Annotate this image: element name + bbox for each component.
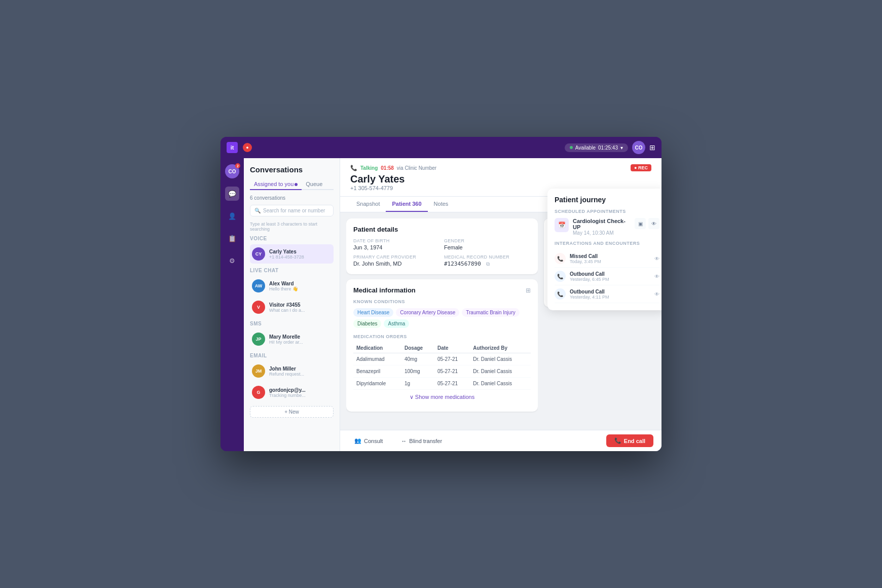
medical-info-title: Medical information bbox=[353, 286, 416, 294]
sidebar-item-settings[interactable]: ⚙ bbox=[225, 253, 239, 268]
col-date: Date bbox=[434, 343, 470, 353]
transfer-icon: ↔ bbox=[401, 438, 407, 444]
copy-mrn-icon[interactable]: ⧉ bbox=[486, 261, 490, 267]
conversations-tabs: Assigned to you Queue bbox=[250, 179, 334, 190]
appointment-time: May 14, 10:30 AM bbox=[573, 230, 631, 236]
tab-notes[interactable]: Notes bbox=[428, 197, 455, 212]
med-date-1: 05-27-21 bbox=[434, 365, 470, 378]
patient-details-grid: Date of Birth Jun 3, 1974 Gender Female … bbox=[353, 238, 531, 267]
sidebar: CO 2 💬 👤 📋 ⚙ bbox=[220, 158, 244, 451]
conv-phone-carly: +1 814-458-3728 bbox=[269, 254, 332, 260]
app-container: it ● Available 01:25:43 ▾ CO ⊞ CO 2 💬 👤 … bbox=[220, 137, 662, 451]
conv-item-alex[interactable]: AW Alex Ward Hello there 👋 bbox=[250, 276, 334, 296]
sidebar-item-history[interactable]: 📋 bbox=[225, 231, 239, 245]
conv-preview-visitor: What can I do a... bbox=[269, 308, 332, 313]
journey-title: Patient journey bbox=[555, 196, 659, 204]
tab-snapshot[interactable]: Snapshot bbox=[350, 197, 386, 212]
conv-avatar-alex: AW bbox=[252, 279, 265, 292]
med-name-1: Benazepril bbox=[353, 365, 401, 378]
encounter-item-1: 📞 Outbound Call Yesterday, 6:45 PM 👁 bbox=[555, 268, 659, 285]
conv-item-john[interactable]: JM John Miller Refund request... bbox=[250, 361, 334, 381]
search-placeholder: Search for name or number bbox=[263, 208, 325, 213]
conv-item-visitor[interactable]: V Visitor #3455 What can I do a... bbox=[250, 298, 334, 317]
phone-icon: 📞 bbox=[350, 165, 357, 171]
medical-info-card: Medical information ⊞ KNOWN CONDITIONS H… bbox=[346, 279, 538, 412]
provider-group: Primary Care Provider Dr. John Smith, MD bbox=[353, 254, 440, 267]
encounter-info-1: Outbound Call Yesterday, 6:45 PM bbox=[570, 271, 650, 282]
mrn-group: Medical Record Number #1234567890 ⧉ bbox=[444, 254, 531, 267]
status-time: 01:25:43 bbox=[598, 145, 618, 151]
appointment-actions: ▣ 👁 bbox=[635, 218, 659, 229]
appointment-edit-button[interactable]: ▣ bbox=[635, 218, 646, 229]
appointment-item: 📅 Cardiologist Check-UP May 14, 10:30 AM… bbox=[555, 218, 659, 236]
tab-queue[interactable]: Queue bbox=[302, 179, 326, 189]
med-dosage-0: 40mg bbox=[401, 353, 434, 365]
email-section-label: Email bbox=[250, 353, 334, 358]
blind-transfer-button[interactable]: ↔ Blind transfer bbox=[395, 435, 448, 447]
encounter-time-0: Today, 3:45 PM bbox=[570, 259, 650, 264]
medication-orders-label: MEDICATION ORDERS bbox=[353, 334, 531, 339]
patient-name: Carly Yates bbox=[350, 173, 651, 185]
encounter-item-0: 📞 Missed Call Today, 3:45 PM 👁 bbox=[555, 250, 659, 268]
appointment-view-button[interactable]: 👁 bbox=[648, 218, 659, 229]
med-date-0: 05-27-21 bbox=[434, 353, 470, 365]
dob-value: Jun 3, 1974 bbox=[353, 244, 440, 250]
mrn-label: Medical Record Number bbox=[444, 254, 531, 260]
call-status-row: 📞 Talking 01:58 via Clinic Number ● REC bbox=[350, 164, 651, 171]
status-label: Available bbox=[575, 145, 596, 151]
tab-patient360[interactable]: Patient 360 bbox=[386, 197, 427, 212]
dob-group: Date of Birth Jun 3, 1974 bbox=[353, 238, 440, 250]
conversations-title: Conversations bbox=[250, 165, 334, 174]
encounter-view-1[interactable]: 👁 bbox=[654, 274, 659, 279]
appointment-name: Cardiologist Check-UP bbox=[573, 218, 631, 230]
nav-left: it ● bbox=[227, 142, 252, 153]
call-status: Talking bbox=[360, 165, 378, 171]
condition-heart-disease: Heart Disease bbox=[353, 308, 393, 317]
med-auth-2: Dr. Daniel Cassis bbox=[470, 378, 531, 390]
sidebar-item-contacts[interactable]: 👤 bbox=[225, 209, 239, 223]
search-box[interactable]: 🔍 Search for name or number bbox=[250, 205, 334, 216]
mrn-value: #1234567890 ⧉ bbox=[444, 261, 531, 267]
appointment-icon: 📅 bbox=[555, 218, 569, 232]
new-conversation-button[interactable]: + New bbox=[250, 406, 334, 418]
grid-icon[interactable]: ⊞ bbox=[649, 143, 655, 152]
provider-label: Primary Care Provider bbox=[353, 254, 440, 260]
conv-name-mary: Mary Morelle bbox=[269, 334, 332, 340]
search-hint: Type at least 3 characters to start sear… bbox=[250, 222, 334, 232]
consult-button[interactable]: 👥 Consult bbox=[348, 435, 389, 447]
conv-name-gordon: gordonjcp@y... bbox=[269, 387, 332, 393]
medical-info-expand-icon[interactable]: ⊞ bbox=[526, 287, 531, 294]
top-nav: it ● Available 01:25:43 ▾ CO ⊞ bbox=[220, 137, 662, 158]
patient-details-card: Patient details Date of Birth Jun 3, 197… bbox=[346, 218, 538, 274]
user-avatar[interactable]: CO bbox=[632, 141, 645, 154]
call-duration: 01:58 bbox=[381, 165, 394, 171]
notification-icon[interactable]: ● bbox=[243, 143, 252, 152]
sidebar-item-conversations[interactable]: 💬 bbox=[225, 187, 239, 201]
conv-item-gordon[interactable]: G gordonjcp@y... Tracking numbe... bbox=[250, 383, 334, 402]
known-conditions-label: KNOWN CONDITIONS bbox=[353, 299, 531, 304]
encounter-view-0[interactable]: 👁 bbox=[654, 256, 659, 262]
conv-item-mary[interactable]: JP Mary Morelle Hi! My order ar... bbox=[250, 329, 334, 349]
missed-call-icon: 📞 bbox=[555, 253, 566, 264]
conv-info-gordon: gordonjcp@y... Tracking numbe... bbox=[269, 387, 332, 398]
encounter-view-2[interactable]: 👁 bbox=[654, 291, 659, 297]
med-auth-0: Dr. Daniel Cassis bbox=[470, 353, 531, 365]
conv-item-carly[interactable]: CY Carly Yates +1 814-458-3728 bbox=[250, 244, 334, 264]
medication-table: Medication Dosage Date Authorized By Ada… bbox=[353, 343, 531, 390]
condition-tbi: Traumatic Brain Injury bbox=[462, 308, 519, 317]
status-badge[interactable]: Available 01:25:43 ▾ bbox=[565, 143, 628, 152]
conv-info-visitor: Visitor #3455 What can I do a... bbox=[269, 302, 332, 313]
main-layout: CO 2 💬 👤 📋 ⚙ Conversations Assigned to y… bbox=[220, 158, 662, 451]
patient-details-title: Patient details bbox=[353, 226, 531, 233]
sidebar-user-avatar[interactable]: CO 2 bbox=[225, 164, 239, 178]
tab-assigned[interactable]: Assigned to you bbox=[250, 179, 302, 190]
sms-section-label: SMS bbox=[250, 321, 334, 326]
end-call-button[interactable]: 📞 End call bbox=[606, 434, 653, 447]
med-dosage-2: 1g bbox=[401, 378, 434, 390]
show-more-button[interactable]: ∨ Show more medications bbox=[353, 390, 531, 405]
encounter-info-0: Missed Call Today, 3:45 PM bbox=[570, 253, 650, 264]
table-row: Dipyridamole 1g 05-27-21 Dr. Daniel Cass… bbox=[353, 378, 531, 390]
nav-right: Available 01:25:43 ▾ CO ⊞ bbox=[565, 141, 655, 154]
conv-preview-john: Refund request... bbox=[269, 372, 332, 377]
conv-avatar-mary: JP bbox=[252, 333, 265, 346]
